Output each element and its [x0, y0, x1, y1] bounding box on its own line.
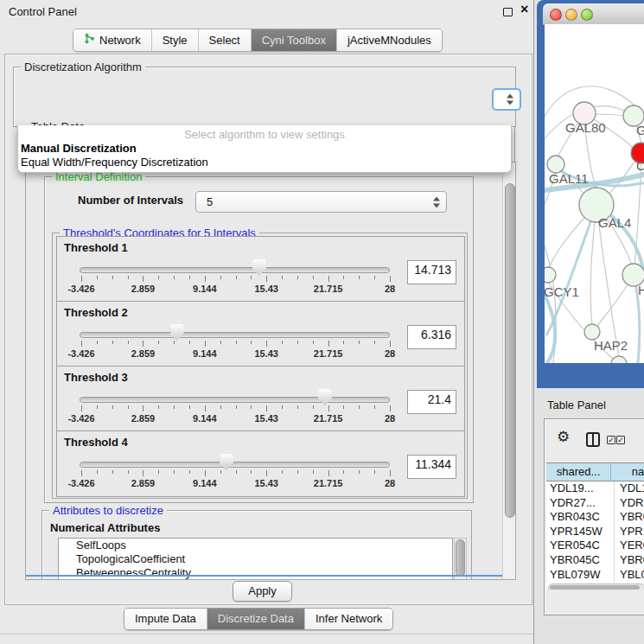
- tick-mark: [143, 405, 143, 411]
- tick-mark: [374, 276, 375, 279]
- threshold-slider-track[interactable]: [80, 332, 390, 338]
- table-row[interactable]: YPR145WYPR1: [546, 525, 644, 539]
- algorithm-combobox[interactable]: [492, 88, 521, 111]
- table-row[interactable]: YER054CYER0: [546, 539, 644, 553]
- tab-label: Impute Data: [135, 612, 196, 625]
- columns-icon[interactable]: [586, 432, 600, 447]
- tick-mark: [128, 341, 129, 344]
- tick-mark: [359, 470, 360, 474]
- threshold-value-field[interactable]: 6.316: [407, 325, 456, 349]
- table-row[interactable]: YBR045CYBR0: [546, 553, 644, 568]
- tab-discretize-data[interactable]: Discretize Data: [207, 609, 304, 629]
- tick-mark: [220, 405, 221, 409]
- threshold-value-field[interactable]: 14.713: [407, 260, 456, 284]
- network-node[interactable]: [611, 356, 627, 363]
- threshold-slider-thumb[interactable]: [170, 324, 184, 341]
- close-traffic-light-icon[interactable]: [550, 9, 562, 21]
- attributes-list-scrollbar[interactable]: [454, 538, 467, 580]
- tab-infer-network[interactable]: Infer Network: [304, 609, 392, 629]
- attributes-group: Attributes to discretize Numerical Attri…: [41, 510, 472, 580]
- panel-title: Control Panel: [9, 5, 77, 18]
- checkbox-icon[interactable]: ✓: [607, 436, 615, 444]
- scrollbar-thumb[interactable]: [550, 585, 640, 590]
- discretization-algorithm-label: Discretization Algorithm: [21, 61, 145, 73]
- threshold-slider-track[interactable]: [80, 462, 390, 468]
- network-window-titlebar[interactable]: [543, 3, 644, 25]
- stepper-icon: [433, 196, 440, 207]
- network-node[interactable]: [545, 267, 556, 283]
- threshold-slider-thumb[interactable]: [252, 259, 266, 276]
- cell-name: YDR2: [615, 496, 644, 511]
- table-row[interactable]: YDR27...YDR2: [546, 496, 644, 511]
- float-panel-icon[interactable]: [503, 8, 513, 16]
- numerical-attributes-list[interactable]: SelfLoopsTopologicalCoefficientBetweenne…: [58, 538, 453, 580]
- tick-mark: [220, 276, 221, 279]
- tick-label: 28: [368, 348, 411, 359]
- cell-shared-name: YBR043C: [546, 510, 615, 525]
- threshold-slider-thumb[interactable]: [220, 454, 233, 470]
- control-panel: Control Panel × NetworkStyleSelectCyni T…: [0, 0, 534, 644]
- popup-option-equal-width[interactable]: Equal Width/Frequency Discretization: [21, 156, 208, 169]
- tick-mark: [174, 470, 175, 474]
- threshold-panel: Threshold 4-3.4262.8599.14415.4321.71528…: [56, 430, 465, 497]
- table-horizontal-scrollbar[interactable]: [548, 583, 644, 590]
- tick-label: 28: [368, 413, 411, 424]
- number-of-intervals-combobox[interactable]: 5: [195, 191, 447, 213]
- threshold-label: Threshold 4: [64, 436, 128, 449]
- tab-label: Discretize Data: [218, 612, 294, 625]
- list-item[interactable]: BetweennessCentrality: [59, 566, 452, 580]
- node-label: GCY1: [545, 284, 579, 299]
- tick-mark: [297, 276, 298, 279]
- gear-icon[interactable]: ⚙: [557, 430, 570, 444]
- tab-select[interactable]: Select: [198, 29, 251, 51]
- scrollbar-thumb[interactable]: [505, 183, 515, 518]
- panel-vertical-scrollbar[interactable]: [502, 163, 516, 579]
- popup-option-manual[interactable]: Manual Discretization: [21, 142, 137, 155]
- threshold-value-field[interactable]: 11.344: [407, 455, 456, 479]
- table-row[interactable]: YBL079WYBL0: [546, 568, 644, 583]
- tick-mark: [297, 470, 298, 474]
- tick-label: -3.426: [60, 413, 103, 424]
- tick-mark: [97, 341, 98, 344]
- tick-mark: [390, 341, 391, 347]
- list-item[interactable]: SelfLoops: [59, 539, 452, 552]
- tab-impute-data[interactable]: Impute Data: [124, 609, 207, 629]
- network-canvas[interactable]: GAL80GACGAL11GAL4GCY1HHAP2: [545, 24, 644, 363]
- checkbox-icon[interactable]: ✓: [616, 436, 625, 444]
- attributes-group-label: Attributes to discretize: [49, 504, 167, 517]
- close-icon[interactable]: ×: [520, 2, 528, 17]
- tick-mark: [359, 405, 360, 409]
- list-item[interactable]: TopologicalCoefficient: [59, 552, 452, 566]
- table-row[interactable]: YLR345WYLR3: [546, 582, 644, 583]
- scrollbar-thumb[interactable]: [456, 539, 465, 577]
- network-edge: [594, 114, 624, 116]
- tick-label: 15.43: [245, 413, 288, 424]
- tab-cyni-toolbox[interactable]: Cyni Toolbox: [251, 29, 336, 51]
- table-row[interactable]: YBR043CYBR0: [546, 510, 644, 525]
- network-graph: GAL80GACGAL11GAL4GCY1HHAP2: [545, 24, 644, 363]
- tick-label: 9.144: [183, 284, 226, 294]
- tick-mark: [97, 470, 98, 474]
- tab-network[interactable]: Network: [73, 29, 151, 51]
- numerical-attributes-label: Numerical Attributes: [50, 521, 160, 534]
- threshold-slider-thumb[interactable]: [318, 389, 332, 405]
- minimize-traffic-light-icon[interactable]: [565, 9, 577, 21]
- column-header-name[interactable]: name: [611, 463, 644, 481]
- column-header-shared-name[interactable]: shared...: [546, 463, 611, 481]
- tick-mark: [374, 405, 375, 409]
- node-label: H: [638, 283, 644, 297]
- threshold-slider-track[interactable]: [80, 397, 390, 403]
- node-label: GA: [636, 123, 644, 137]
- tab-jactivemnodules[interactable]: jActiveMNodules: [336, 29, 442, 51]
- tick-mark: [143, 341, 143, 347]
- threshold-slider-track[interactable]: [80, 267, 390, 273]
- tab-style[interactable]: Style: [151, 29, 198, 51]
- table-header-row: shared... name: [546, 463, 644, 481]
- tick-mark: [297, 405, 298, 409]
- apply-button[interactable]: Apply: [233, 581, 292, 602]
- zoom-traffic-light-icon[interactable]: [581, 9, 593, 21]
- threshold-value-field[interactable]: 21.4: [407, 390, 456, 414]
- network-node[interactable]: [547, 156, 564, 173]
- table-row[interactable]: YDL19...YDL1: [546, 481, 644, 496]
- tick-mark: [251, 341, 252, 344]
